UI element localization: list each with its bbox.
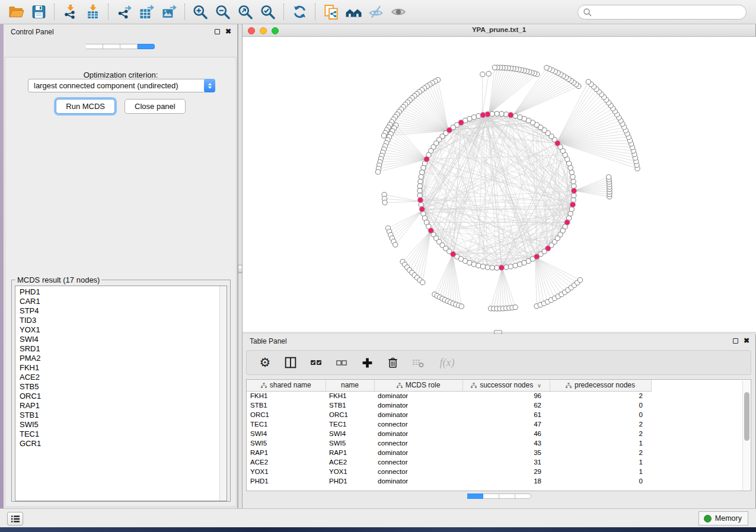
refresh-button[interactable]: [288, 2, 311, 22]
show-all-button[interactable]: [387, 2, 410, 22]
zoom-selected-button[interactable]: [257, 2, 279, 22]
table-tabs: [243, 493, 755, 499]
control-panel-tab[interactable]: [103, 44, 120, 49]
table-tab[interactable]: [499, 493, 515, 499]
mcds-result-item[interactable]: CAR1: [20, 297, 227, 306]
mcds-result-item[interactable]: TID3: [20, 316, 227, 325]
control-panel: Control Panel ✖ Optimization criterion: …: [4, 24, 238, 508]
table-tab[interactable]: [467, 493, 483, 499]
splitter-handle[interactable]: [238, 265, 243, 273]
column-header[interactable]: MCDS role: [374, 380, 462, 391]
float-panel-icon[interactable]: [733, 338, 738, 344]
show-task-history-button[interactable]: [7, 512, 23, 525]
criterion-dropdown[interactable]: largest connected component (undirected): [28, 79, 215, 92]
mcds-result-item[interactable]: STB5: [20, 382, 227, 392]
mcds-result-item[interactable]: STB1: [20, 411, 227, 420]
table-row[interactable]: TEC1TEC1connector 472: [247, 419, 744, 429]
table-row[interactable]: RAP1RAP1dominator 352: [247, 448, 744, 457]
open-file-button[interactable]: [5, 2, 27, 22]
hide-selected-button[interactable]: [365, 2, 387, 22]
table-row[interactable]: FKH1FKH1dominator 962: [247, 391, 744, 400]
column-header[interactable]: name: [326, 380, 374, 391]
mcds-result-item[interactable]: ORC1: [20, 392, 227, 401]
zoom-selected-icon: [260, 4, 276, 20]
mcds-result-item[interactable]: PMA2: [20, 354, 227, 363]
control-panel-tab[interactable]: [138, 44, 155, 49]
toolbar-separator: [184, 4, 185, 20]
eye-icon: [390, 4, 407, 20]
table-row[interactable]: SWI5SWI5connector 431: [247, 438, 744, 448]
table-tab[interactable]: [483, 493, 499, 499]
add-row-button[interactable]: [361, 356, 374, 369]
zoom-out-icon: [215, 4, 231, 20]
network-window-titlebar[interactable]: YPA_prune.txt_1: [243, 24, 755, 37]
mcds-result-item[interactable]: PHD1: [20, 287, 227, 297]
zoom-fit-button[interactable]: [234, 2, 257, 22]
export-network-button[interactable]: [113, 2, 135, 22]
control-panel-tab[interactable]: [120, 44, 138, 49]
first-neighbors-button[interactable]: [342, 2, 365, 22]
table-row[interactable]: STB1STB1dominator 620: [247, 400, 744, 410]
close-panel-icon[interactable]: ✖: [225, 29, 231, 34]
mcds-list-scrollbar[interactable]: [219, 286, 227, 501]
search-input[interactable]: [578, 5, 747, 20]
mcds-result-item[interactable]: STP4: [20, 306, 227, 316]
mcds-result-item[interactable]: SWI5: [20, 420, 227, 430]
attribute-tree-icon: [397, 383, 403, 388]
table-tab[interactable]: [515, 493, 531, 499]
mcds-result-item[interactable]: FKH1: [20, 363, 227, 373]
mcds-result-item[interactable]: YOX1: [20, 325, 227, 335]
houses-icon: [345, 4, 362, 20]
column-header[interactable]: successor nodes∨: [462, 380, 550, 391]
import-network-icon: [62, 4, 78, 20]
attribute-tree-icon: [566, 383, 572, 388]
network-canvas[interactable]: [243, 37, 756, 332]
control-panel-tab[interactable]: [86, 44, 103, 49]
mcds-result-item[interactable]: SRD1: [20, 344, 227, 354]
table-row[interactable]: PHD1PHD1dominator 180: [247, 476, 744, 486]
zoom-in-button[interactable]: [189, 2, 212, 22]
import-table-button[interactable]: [81, 2, 104, 22]
column-header[interactable]: predecessor nodes: [550, 380, 651, 391]
save-session-button[interactable]: [27, 2, 50, 22]
table-toolbar: ⚙: [246, 350, 751, 375]
close-panel-button[interactable]: Close panel: [125, 99, 186, 114]
vertical-splitter[interactable]: [238, 24, 243, 508]
function-builder-button[interactable]: f(x): [437, 356, 457, 369]
table-settings-button[interactable]: ⚙: [259, 356, 272, 369]
desktop-wallpaper-bottom: [0, 527, 756, 532]
column-layout-button[interactable]: [284, 356, 297, 369]
table-row[interactable]: SWI4SWI4dominator 462: [247, 429, 744, 438]
table-scrollbar[interactable]: [742, 380, 750, 491]
table-scrollbar-thumb[interactable]: [744, 392, 749, 441]
trash-icon: [387, 357, 398, 368]
memory-button[interactable]: Memory: [698, 511, 748, 525]
table-row[interactable]: YOX1YOX1connector 291: [247, 467, 744, 476]
network-window-title: YPA_prune.txt_1: [243, 26, 755, 33]
zoom-out-button[interactable]: [212, 2, 234, 22]
table-panel-title: Table Panel: [243, 334, 755, 348]
column-header[interactable]: shared name: [247, 380, 326, 391]
duplicate-network-button[interactable]: [320, 2, 342, 22]
criterion-value: largest connected component (undirected): [28, 81, 204, 90]
delete-row-button[interactable]: [386, 356, 399, 369]
show-columns-button[interactable]: [310, 356, 323, 369]
float-panel-icon[interactable]: [215, 29, 220, 34]
list-icon: [11, 515, 20, 523]
eye-slash-icon: [368, 4, 384, 20]
mcds-result-item[interactable]: RAP1: [20, 401, 227, 411]
hide-columns-button[interactable]: [335, 356, 348, 369]
delete-table-button[interactable]: [412, 356, 425, 369]
table-row[interactable]: ORC1ORC1dominator 610: [247, 410, 744, 419]
run-mcds-button[interactable]: Run MCDS: [56, 99, 115, 114]
export-image-button[interactable]: [158, 2, 180, 22]
mcds-result-item[interactable]: GCR1: [20, 439, 227, 448]
import-network-button[interactable]: [59, 2, 81, 22]
mcds-result-item[interactable]: ACE2: [20, 373, 227, 382]
table-row[interactable]: ACE2ACE2connector 311: [247, 457, 744, 467]
close-panel-icon[interactable]: ✖: [744, 338, 749, 344]
duplicate-network-icon: [323, 4, 339, 20]
mcds-result-item[interactable]: SWI4: [20, 335, 227, 344]
export-table-button[interactable]: [135, 2, 158, 22]
mcds-result-item[interactable]: TEC1: [20, 430, 227, 439]
